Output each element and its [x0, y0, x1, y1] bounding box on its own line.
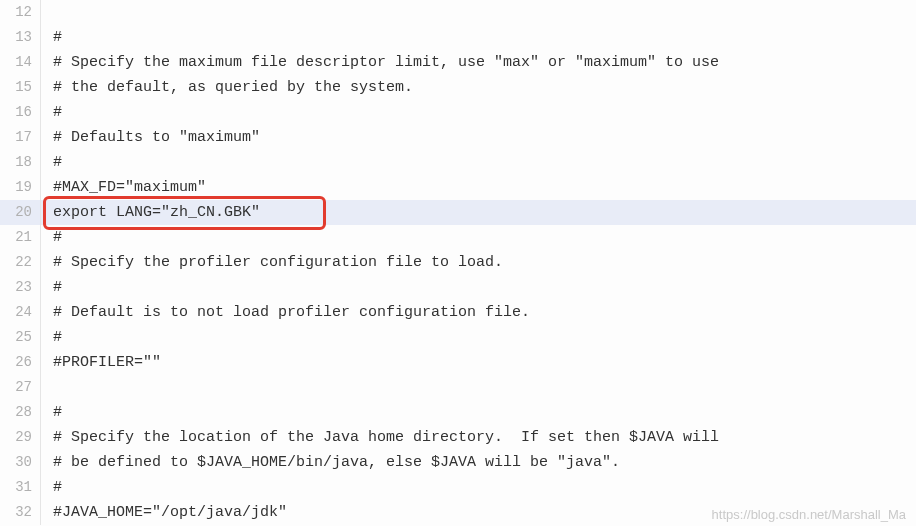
line-number: 17: [0, 125, 40, 150]
line-number: 31: [0, 475, 40, 500]
line-number: 23: [0, 275, 40, 300]
code-content[interactable]: #: [41, 325, 62, 350]
code-line[interactable]: 18#: [0, 150, 916, 175]
line-number: 12: [0, 0, 40, 25]
code-line[interactable]: 14# Specify the maximum file descriptor …: [0, 50, 916, 75]
code-line[interactable]: 12: [0, 0, 916, 25]
code-content[interactable]: #MAX_FD="maximum": [41, 175, 206, 200]
line-number: 28: [0, 400, 40, 425]
code-line[interactable]: 19#MAX_FD="maximum": [0, 175, 916, 200]
code-line[interactable]: 13#: [0, 25, 916, 50]
line-number: 29: [0, 425, 40, 450]
code-content[interactable]: #: [41, 475, 62, 500]
line-number: 25: [0, 325, 40, 350]
code-content[interactable]: # Default is to not load profiler config…: [41, 300, 530, 325]
line-number: 18: [0, 150, 40, 175]
code-line[interactable]: 23#: [0, 275, 916, 300]
line-number: 16: [0, 100, 40, 125]
code-line[interactable]: 31#: [0, 475, 916, 500]
line-number: 13: [0, 25, 40, 50]
code-line[interactable]: 22# Specify the profiler configuration f…: [0, 250, 916, 275]
line-number: 21: [0, 225, 40, 250]
code-content[interactable]: # Specify the maximum file descriptor li…: [41, 50, 719, 75]
code-content[interactable]: # Specify the location of the Java home …: [41, 425, 719, 450]
line-number: 26: [0, 350, 40, 375]
line-number: 20: [0, 200, 40, 225]
code-line[interactable]: 30# be defined to $JAVA_HOME/bin/java, e…: [0, 450, 916, 475]
gutter-divider: [40, 0, 41, 25]
line-number: 15: [0, 75, 40, 100]
code-content[interactable]: #: [41, 25, 62, 50]
code-line[interactable]: 28#: [0, 400, 916, 425]
line-number: 14: [0, 50, 40, 75]
gutter-divider: [40, 375, 41, 400]
code-line[interactable]: 27: [0, 375, 916, 400]
code-line[interactable]: 16#: [0, 100, 916, 125]
code-content[interactable]: # Specify the profiler configuration fil…: [41, 250, 503, 275]
code-content[interactable]: # Defaults to "maximum": [41, 125, 260, 150]
code-line[interactable]: 25#: [0, 325, 916, 350]
code-content[interactable]: #: [41, 225, 62, 250]
line-number: 27: [0, 375, 40, 400]
code-content[interactable]: #: [41, 100, 62, 125]
code-content[interactable]: # be defined to $JAVA_HOME/bin/java, els…: [41, 450, 620, 475]
code-content[interactable]: # the default, as queried by the system.: [41, 75, 413, 100]
code-content[interactable]: export LANG="zh_CN.GBK": [41, 200, 260, 225]
line-number: 19: [0, 175, 40, 200]
code-line[interactable]: 32#JAVA_HOME="/opt/java/jdk": [0, 500, 916, 525]
code-line[interactable]: 15# the default, as queried by the syste…: [0, 75, 916, 100]
line-number: 22: [0, 250, 40, 275]
code-line[interactable]: 26#PROFILER="": [0, 350, 916, 375]
code-line[interactable]: 17# Defaults to "maximum": [0, 125, 916, 150]
line-number: 30: [0, 450, 40, 475]
code-line[interactable]: 21#: [0, 225, 916, 250]
code-content[interactable]: #: [41, 275, 62, 300]
code-editor[interactable]: 1213#14# Specify the maximum file descri…: [0, 0, 916, 525]
code-content[interactable]: #: [41, 150, 62, 175]
code-line[interactable]: 24# Default is to not load profiler conf…: [0, 300, 916, 325]
code-content[interactable]: #: [41, 400, 62, 425]
line-number: 32: [0, 500, 40, 525]
line-number: 24: [0, 300, 40, 325]
code-content[interactable]: #PROFILER="": [41, 350, 161, 375]
code-content[interactable]: #JAVA_HOME="/opt/java/jdk": [41, 500, 287, 525]
code-line[interactable]: 29# Specify the location of the Java hom…: [0, 425, 916, 450]
code-line[interactable]: 20export LANG="zh_CN.GBK": [0, 200, 916, 225]
